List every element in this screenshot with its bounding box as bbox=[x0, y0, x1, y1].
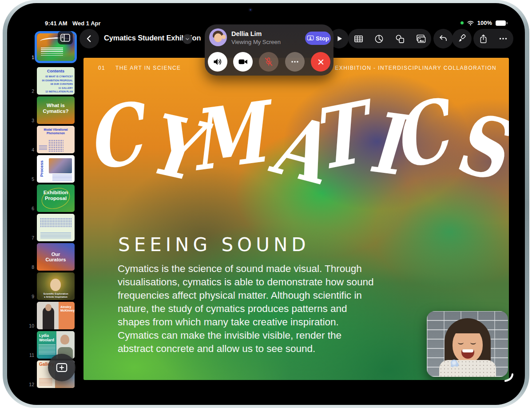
facetime-more-button[interactable] bbox=[285, 52, 305, 72]
speaker-button[interactable] bbox=[208, 52, 227, 72]
corner-scribble bbox=[502, 372, 515, 386]
document-title-menu-button[interactable] bbox=[183, 34, 192, 44]
insert-table-button[interactable] bbox=[353, 34, 364, 44]
thumbnail-title: Ainsley McKinney bbox=[60, 305, 74, 312]
add-slide-button[interactable] bbox=[48, 354, 75, 381]
thumbnail-title: What is Cymatics? bbox=[37, 103, 75, 114]
facetime-button-row bbox=[205, 52, 333, 72]
speaker-icon bbox=[212, 56, 223, 67]
slide-thumbnail-row[interactable]: 7 bbox=[28, 214, 75, 241]
slide-kicker-left: THE ART IN SCIENCE bbox=[115, 65, 181, 71]
slide-kicker-right: ENT EXHIBITION - INTERDISCIPLINARY COLLA… bbox=[321, 65, 496, 71]
slide-thumbnail-row[interactable]: 2 Contents 03 WHAT IS CYMATICS? 06 EXHIB… bbox=[28, 67, 75, 95]
slide-number: 3 bbox=[28, 118, 34, 123]
ellipsis-icon bbox=[290, 57, 300, 67]
chevron-left-icon bbox=[84, 34, 94, 44]
slide-kicker-number: 01 bbox=[98, 65, 105, 71]
more-button[interactable] bbox=[498, 34, 508, 44]
slide-thumbnail-row[interactable]: 11 Lydia Woolard bbox=[28, 331, 75, 359]
thumbnail-title: Modal Vibrational Phenomenon bbox=[37, 128, 75, 135]
slide-number: 11 bbox=[28, 352, 34, 358]
insert-shape-button[interactable] bbox=[395, 34, 405, 44]
slide-body-text: Cymatics is the science of sound made vi… bbox=[118, 262, 374, 356]
slide-thumbnail-row[interactable]: 6 Exhibition Proposal bbox=[28, 184, 75, 212]
sidebar-toggle-button[interactable] bbox=[58, 31, 73, 44]
share-icon bbox=[479, 34, 488, 44]
battery-percent: 100% bbox=[477, 20, 492, 26]
slides-list: 1 2 Contents 03 WHAT IS CYMATICS? 06 EXH… bbox=[21, 13, 83, 395]
close-icon bbox=[317, 58, 325, 66]
slide-thumbnail[interactable]: Modal Vibrational Phenomenon bbox=[37, 126, 75, 153]
front-camera bbox=[248, 8, 253, 12]
camera-indicator-dot bbox=[461, 21, 464, 24]
slide-number: 6 bbox=[28, 206, 34, 211]
slide-number: 5 bbox=[28, 176, 34, 182]
status-right-cluster: 100% bbox=[461, 20, 508, 26]
end-call-button[interactable] bbox=[311, 52, 330, 72]
pip-person-eye-left bbox=[458, 340, 464, 344]
insert-media-button[interactable] bbox=[415, 34, 426, 44]
undo-icon bbox=[438, 34, 448, 44]
slide-number: 1 bbox=[28, 55, 34, 60]
ipad-device-frame: 9:41 AM Wed 1 Apr 100% 1 bbox=[3, 0, 529, 408]
facetime-controls-panel: Dellia Lim Viewing My Screen Stop bbox=[205, 24, 333, 76]
slide-thumbnail[interactable]: Process bbox=[37, 155, 75, 183]
stop-sharing-label: Stop bbox=[316, 35, 329, 42]
slide-thumbnail[interactable]: What is Cymatics? bbox=[37, 96, 75, 124]
slide-display-title-art: CYMATICS bbox=[83, 85, 509, 196]
slide-thumbnail[interactable]: Ainsley McKinney bbox=[37, 302, 75, 329]
screen: 9:41 AM Wed 1 Apr 100% 1 bbox=[21, 13, 516, 395]
photos-icon bbox=[415, 34, 426, 44]
share-button[interactable] bbox=[479, 34, 488, 44]
slide-thumbnail-row[interactable]: 9 Scientific Exploration x Artistic Insp… bbox=[28, 272, 75, 300]
slide-heading: SEEING SOUND bbox=[118, 234, 310, 256]
thumbnail-title: Our Curators bbox=[37, 252, 75, 262]
slide-number: 12 bbox=[28, 382, 34, 387]
pip-person-blouse bbox=[439, 360, 496, 377]
slide-thumbnail-row[interactable]: 4 Modal Vibrational Phenomenon bbox=[28, 126, 75, 153]
pie-chart-icon bbox=[374, 34, 384, 44]
play-icon bbox=[336, 35, 343, 43]
slide-thumbnail-row[interactable]: 8 Our Curators bbox=[28, 243, 75, 271]
pip-person-eye-right bbox=[470, 340, 476, 344]
video-button[interactable] bbox=[233, 52, 253, 72]
slide-thumbnail-row[interactable]: 5 Process bbox=[28, 155, 75, 183]
slide-thumbnail[interactable]: Contents 03 WHAT IS CYMATICS? 06 EXHIBIT… bbox=[37, 67, 75, 95]
participant-name: Dellia Lim bbox=[231, 30, 262, 37]
ellipsis-icon bbox=[498, 34, 508, 44]
thumbnail-title: Process bbox=[39, 156, 44, 182]
table-icon bbox=[353, 34, 364, 44]
insert-chart-button[interactable] bbox=[374, 34, 384, 44]
slide-number: 2 bbox=[28, 88, 34, 94]
thumbnail-title: Scientific Exploration x Artistic Inspir… bbox=[37, 292, 75, 299]
undo-button[interactable] bbox=[433, 29, 453, 48]
add-slide-icon bbox=[55, 362, 68, 373]
slide-number: 9 bbox=[28, 294, 34, 299]
thumbnail-title: Lydia Woolard bbox=[39, 334, 58, 343]
pip-person-bangs bbox=[451, 322, 484, 333]
stop-sharing-button[interactable]: Stop bbox=[305, 32, 331, 45]
battery-icon bbox=[495, 20, 508, 26]
share-more-toolbar-group bbox=[473, 29, 513, 48]
participant-status: Viewing My Screen bbox=[231, 39, 281, 45]
thumbnail-title: Exhibition Proposal bbox=[37, 190, 75, 201]
mic-slash-icon bbox=[263, 56, 274, 67]
pip-person-flower bbox=[451, 360, 457, 366]
avatar-face bbox=[214, 33, 222, 42]
avatar bbox=[209, 28, 227, 46]
paintbrush-icon bbox=[457, 34, 467, 44]
slide-thumbnail[interactable]: Exhibition Proposal bbox=[37, 184, 75, 212]
slide-thumbnail-row[interactable]: 3 What is Cymatics? bbox=[28, 96, 75, 124]
mic-muted-button[interactable] bbox=[259, 52, 278, 72]
format-brush-button[interactable] bbox=[452, 29, 472, 48]
slide-thumbnail[interactable]: Scientific Exploration x Artistic Inspir… bbox=[37, 272, 75, 300]
slide-thumbnail-row[interactable]: 10 Ainsley McKinney bbox=[28, 302, 75, 329]
slide-number: 8 bbox=[28, 264, 34, 270]
slide-thumbnail[interactable] bbox=[37, 214, 75, 241]
slide-thumbnail[interactable]: Our Curators bbox=[37, 243, 75, 271]
slide-display-title: CYMATICS bbox=[83, 85, 509, 196]
back-button[interactable] bbox=[79, 29, 99, 48]
screen-share-icon bbox=[307, 35, 314, 41]
facetime-pip-video[interactable] bbox=[427, 311, 508, 377]
shapes-icon bbox=[395, 34, 405, 44]
